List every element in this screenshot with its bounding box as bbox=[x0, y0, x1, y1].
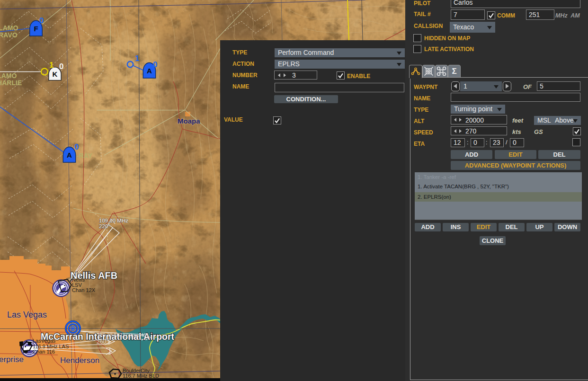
svg-text:CHARLIE: CHARLIE bbox=[0, 79, 22, 87]
svg-text:ALAMO: ALAMO bbox=[0, 24, 18, 32]
svg-text:Nellis AFB: Nellis AFB bbox=[71, 270, 117, 281]
svg-text:110.30 MHz (chan 40): 110.30 MHz (chan 40) bbox=[97, 332, 148, 338]
svg-text:K: K bbox=[53, 70, 58, 78]
svg-text:109.10 MHz: 109.10 MHz bbox=[99, 218, 128, 223]
svg-text:-RAY: -RAY bbox=[77, 152, 93, 159]
svg-text:A: A bbox=[67, 151, 72, 159]
svg-text:BRAVO: BRAVO bbox=[0, 31, 18, 39]
svg-text:1: 1 bbox=[135, 54, 139, 63]
svg-text:260°: 260° bbox=[97, 338, 108, 345]
svg-text:erprise: erprise bbox=[0, 355, 24, 364]
svg-text:Chan 116: Chan 116 bbox=[33, 349, 55, 354]
svg-text:220°: 220° bbox=[99, 223, 110, 229]
svg-text:Chan 12X: Chan 12X bbox=[72, 287, 96, 293]
svg-text:Moapa: Moapa bbox=[178, 117, 200, 125]
svg-text:0: 0 bbox=[59, 62, 63, 71]
svg-text:F: F bbox=[34, 25, 38, 33]
svg-text:116.7 MHz BLD: 116.7 MHz BLD bbox=[123, 373, 159, 379]
svg-text:A: A bbox=[147, 67, 152, 75]
svg-text:Henderson: Henderson bbox=[60, 356, 99, 365]
svg-text:ALAMO: ALAMO bbox=[0, 72, 17, 80]
svg-text:0: 0 bbox=[39, 16, 44, 25]
svg-text:0: 0 bbox=[153, 60, 157, 69]
svg-text:Las Vegas: Las Vegas bbox=[7, 310, 47, 319]
svg-text:1: 1 bbox=[49, 61, 53, 70]
svg-text:0: 0 bbox=[74, 142, 79, 151]
